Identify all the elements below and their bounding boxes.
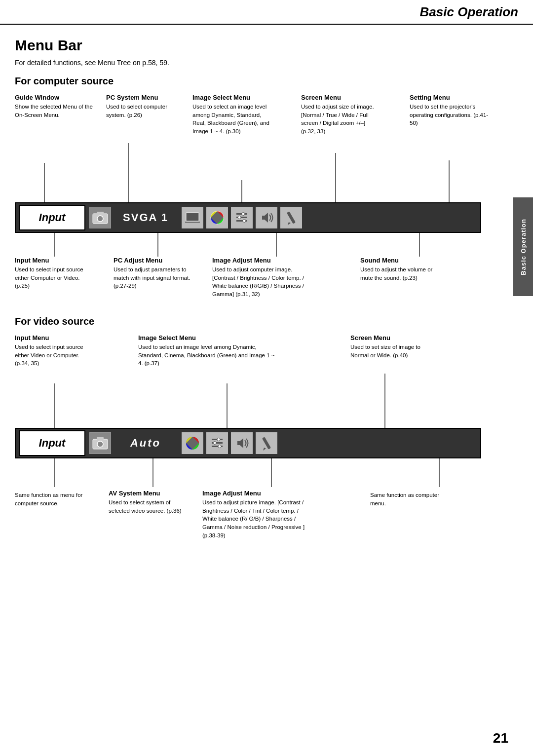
image-select-menu-label: Image Select Menu Used to select an imag… (192, 94, 271, 136)
sidebar-label: Basic Operation (513, 197, 533, 296)
svg-marker-41 (237, 438, 243, 448)
intro-text: For detailed functions, see Menu Tree on… (15, 59, 506, 67)
av-system-menu-body: Used to select system of selected video … (109, 498, 188, 515)
computer-center-text: SVGA 1 (116, 211, 175, 224)
svg-marker-21 (262, 213, 268, 223)
color-icon-svg (209, 209, 226, 226)
sound-menu-title: Sound Menu (360, 257, 439, 264)
video-input-menu-title: Input Menu (15, 334, 94, 341)
image-select-menu-title: Image Select Menu (192, 94, 271, 101)
svg-rect-12 (186, 213, 199, 221)
sound-icon-svg (258, 209, 275, 226)
image-adjust-menu-body: Used to adjust computer image.[Contrast … (212, 265, 311, 299)
image-adjust-menu-label: Image Adjust Menu Used to adjust compute… (212, 257, 311, 299)
video-input-box: Input (19, 430, 85, 456)
video-sound-icon-svg (233, 435, 250, 452)
svg-rect-33 (97, 437, 104, 440)
laptop-icon-svg (184, 211, 201, 225)
menubar-sound-icon (256, 207, 277, 228)
menubar-settings-icon (280, 207, 302, 228)
svg-point-10 (97, 216, 103, 222)
av-system-menu-label: AV System Menu Used to select system of … (109, 490, 188, 515)
image-adjust-menu-title: Image Adjust Menu (212, 257, 311, 264)
svg-rect-11 (97, 212, 104, 214)
video-screen-menu-title: Screen Menu (350, 334, 429, 341)
video-input-menu-body: Used to select input source either Video… (15, 343, 94, 368)
svg-marker-43 (263, 448, 266, 451)
svg-rect-42 (262, 437, 271, 450)
svg-rect-22 (287, 211, 296, 224)
computer-menubar: Input SVGA 1 (15, 202, 481, 233)
pc-adjust-menu-body: Used to adjust parameters to match with … (114, 265, 192, 290)
menu-bar-title: Menu Bar (15, 37, 506, 54)
menubar-laptop-icon (182, 207, 203, 228)
pc-adjust-menu-label: PC Adjust Menu Used to adjust parameters… (114, 257, 192, 290)
video-source-heading: For video source (15, 316, 506, 327)
pc-adjust-menu-title: PC Adjust Menu (114, 257, 192, 264)
video-center-text: Auto (116, 437, 175, 450)
svg-point-39 (213, 442, 216, 445)
computer-source-diagram: Guide Window Show the selected Menu of t… (15, 94, 506, 301)
sound-menu-body: Used to adjust the volume or mute the so… (360, 265, 439, 282)
same-function-left-label: Same function as menu for computer sourc… (15, 490, 94, 507)
input-menu-body: Used to select input source either Compu… (15, 265, 94, 290)
setting-menu-label: Setting Menu Used to set the projector's… (410, 94, 489, 127)
screen-menu-body: Used to adjust size of image. [Normal / … (301, 103, 380, 136)
video-screen-menu-body: Used to set size of image to Normal or W… (350, 343, 429, 359)
menubar-guide-icon (89, 207, 111, 228)
same-function-left-body: Same function as menu for computer sourc… (15, 491, 94, 507)
svg-point-38 (217, 438, 220, 441)
same-function-right-body: Same function as computer menu. (370, 491, 449, 507)
header-title: Basic Operation (420, 4, 518, 20)
input-menu-title: Input Menu (15, 257, 94, 264)
video-image-adjust-menu-body: Used to adjust picture image. [Contrast … (202, 498, 311, 539)
video-menubar-adjust-icon (206, 432, 228, 454)
video-screen-menu-label: Screen Menu Used to set size of image to… (350, 334, 429, 359)
header-bar: Basic Operation (0, 0, 533, 25)
sound-menu-label: Sound Menu Used to adjust the volume or … (360, 257, 439, 282)
svg-point-32 (97, 441, 103, 447)
video-image-select-menu-body: Used to select an image level among Dyna… (138, 343, 276, 368)
svg-rect-13 (185, 222, 200, 223)
settings-icon-svg (283, 209, 300, 226)
pc-system-menu-label: PC System Menu Used to select computer s… (106, 94, 185, 119)
setting-menu-title: Setting Menu (410, 94, 489, 101)
setting-menu-body: Used to set the projector's operating co… (410, 103, 489, 127)
same-function-right-label: Same function as computer menu. (370, 490, 449, 507)
guide-window-label: Guide Window Show the selected Menu of t… (15, 94, 94, 119)
video-settings-icon-svg (258, 435, 275, 452)
video-input-label: Input (39, 437, 66, 450)
computer-source-heading: For computer source (15, 76, 506, 87)
sidebar-label-text: Basic Operation (520, 219, 527, 275)
screen-menu-label: Screen Menu Used to adjust size of image… (301, 94, 380, 136)
video-menubar-settings-icon (256, 432, 277, 454)
video-image-select-menu-label: Image Select Menu Used to select an imag… (138, 334, 276, 368)
video-source-diagram: Input Menu Used to select input source e… (15, 334, 506, 561)
computer-input-label: Input (39, 211, 66, 224)
video-image-adjust-menu-label: Image Adjust Menu Used to adjust picture… (202, 490, 311, 539)
svg-point-40 (218, 445, 221, 448)
video-image-select-menu-title: Image Select Menu (138, 334, 276, 341)
page-number: 21 (493, 730, 508, 746)
av-system-menu-title: AV System Menu (109, 490, 188, 497)
guide-window-body: Show the selected Menu of the On-Screen … (15, 103, 94, 119)
menubar-adjust-icon (231, 207, 253, 228)
svg-marker-23 (288, 222, 291, 225)
menubar-color-icon (206, 207, 228, 228)
video-color-icon-svg (184, 435, 201, 452)
svg-point-18 (242, 213, 245, 216)
svg-point-19 (238, 216, 241, 219)
video-menubar-sound-icon (231, 432, 253, 454)
video-image-adjust-menu-title: Image Adjust Menu (202, 490, 311, 497)
video-menubar: Input Auto (15, 428, 481, 458)
adjust-icon-svg (233, 209, 250, 226)
video-input-menu-label: Input Menu Used to select input source e… (15, 334, 94, 368)
video-adjust-icon-svg (209, 435, 226, 452)
image-select-menu-body: Used to select an image level among Dyna… (192, 103, 271, 136)
pc-system-menu-title: PC System Menu (106, 94, 185, 101)
guide-window-title: Guide Window (15, 94, 94, 101)
computer-input-box: Input (19, 205, 85, 230)
pc-system-menu-body: Used to select computer system. (p.26) (106, 103, 185, 119)
main-content: Menu Bar For detailed functions, see Men… (15, 27, 506, 576)
screen-menu-title: Screen Menu (301, 94, 380, 101)
